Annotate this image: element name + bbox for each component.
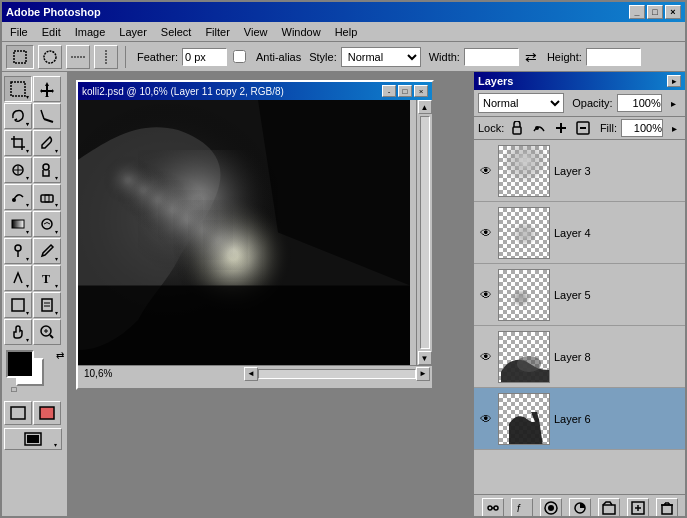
history-brush-tool[interactable]: ▾ <box>4 184 32 210</box>
screen-mode-btn[interactable]: ▾ <box>4 428 62 450</box>
layer-thumbnail-canvas <box>499 332 550 383</box>
fill-arrow-btn[interactable]: ▸ <box>667 120 681 136</box>
new-fill-adjustment-btn[interactable] <box>569 498 591 518</box>
layer-mask-btn[interactable] <box>540 498 562 518</box>
width-input[interactable] <box>464 48 519 66</box>
scroll-left-btn[interactable]: ◄ <box>244 367 258 381</box>
quick-mask-mode-btn[interactable] <box>33 401 61 425</box>
style-select[interactable]: Normal Fixed Aspect Ratio Fixed Size <box>341 47 421 67</box>
hand-tool[interactable]: ▾ <box>4 319 32 345</box>
menu-view[interactable]: View <box>238 24 274 40</box>
blur-tool[interactable]: ▾ <box>33 211 61 237</box>
gradient-tool[interactable]: ▾ <box>4 211 32 237</box>
menu-select[interactable]: Select <box>155 24 198 40</box>
close-button[interactable]: × <box>665 5 681 19</box>
layers-controls: Normal Dissolve Multiply Screen Opacity:… <box>474 90 685 117</box>
clone-stamp-tool[interactable]: ▾ <box>33 157 61 183</box>
document-title: kolli2.psd @ 10,6% (Layer 11 copy 2, RGB… <box>82 86 284 97</box>
layer-visibility-toggle[interactable]: 👁 <box>478 225 494 241</box>
swap-dimensions-icon[interactable]: ⇄ <box>523 49 539 65</box>
magic-wand-tool[interactable] <box>33 103 61 129</box>
scroll-track-h[interactable] <box>258 369 416 379</box>
svg-rect-13 <box>41 195 53 202</box>
new-layer-btn[interactable] <box>627 498 649 518</box>
elliptical-marquee-tool-btn[interactable] <box>38 45 62 69</box>
menu-window[interactable]: Window <box>276 24 327 40</box>
dodge-tool[interactable]: ▾ <box>4 238 32 264</box>
layer-item[interactable]: 👁 Layer 6 <box>474 388 685 450</box>
vertical-scrollbar[interactable]: ▲ ▼ <box>416 100 432 365</box>
menu-layer[interactable]: Layer <box>113 24 153 40</box>
menu-filter[interactable]: Filter <box>199 24 235 40</box>
path-selection-tool[interactable]: ▾ <box>4 265 32 291</box>
antialias-checkbox[interactable] <box>233 50 246 63</box>
scroll-down-btn[interactable]: ▼ <box>418 351 432 365</box>
link-layers-btn[interactable] <box>482 498 504 518</box>
menu-image[interactable]: Image <box>69 24 112 40</box>
pen-tool[interactable]: ▾ <box>33 238 61 264</box>
default-colors-icon[interactable]: □ <box>12 385 17 394</box>
height-input[interactable] <box>586 48 641 66</box>
shape-tool[interactable]: ▾ <box>4 292 32 318</box>
layer-item[interactable]: 👁 Layer 5 <box>474 264 685 326</box>
lasso-tool[interactable]: ▾ ▾ <box>4 103 32 129</box>
feather-input[interactable] <box>182 48 227 66</box>
crop-tool[interactable]: ▾ <box>4 130 32 156</box>
lock-all-btn[interactable] <box>574 120 592 136</box>
height-label: Height: <box>547 51 582 63</box>
foreground-color-swatch[interactable] <box>6 350 34 378</box>
zoom-tool[interactable] <box>33 319 61 345</box>
text-tool[interactable]: T ▾ <box>33 265 61 291</box>
layer-item[interactable]: 👁 Layer 4 <box>474 202 685 264</box>
layer-styles-btn[interactable]: f <box>511 498 533 518</box>
fill-input[interactable] <box>621 119 663 137</box>
blend-mode-select[interactable]: Normal Dissolve Multiply Screen <box>478 93 564 113</box>
single-column-marquee-btn[interactable] <box>94 45 118 69</box>
delete-layer-btn[interactable] <box>656 498 678 518</box>
notes-tool[interactable]: ▾ <box>33 292 61 318</box>
single-row-marquee-btn[interactable] <box>66 45 90 69</box>
menu-file[interactable]: File <box>4 24 34 40</box>
scroll-track-v[interactable] <box>420 116 430 349</box>
svg-point-33 <box>535 126 539 130</box>
canvas-wrapper[interactable]: ▲ ▼ <box>78 100 432 365</box>
menu-edit[interactable]: Edit <box>36 24 67 40</box>
layer-visibility-toggle[interactable]: 👁 <box>478 411 494 427</box>
layer-visibility-toggle[interactable]: 👁 <box>478 349 494 365</box>
rectangular-marquee-tool-btn[interactable] <box>6 45 34 69</box>
scroll-right-btn[interactable]: ► <box>416 367 430 381</box>
layer-item[interactable]: 👁 Layer 3 <box>474 140 685 202</box>
doc-close-btn[interactable]: × <box>414 85 428 97</box>
move-tool[interactable] <box>33 76 61 102</box>
opacity-input[interactable] <box>617 94 662 112</box>
swap-colors-icon[interactable]: ⇄ <box>56 350 64 361</box>
lock-position-btn[interactable] <box>552 120 570 136</box>
layer-visibility-toggle[interactable]: 👁 <box>478 163 494 179</box>
layer-item[interactable]: 👁 Layer 8 <box>474 326 685 388</box>
svg-rect-20 <box>12 299 24 311</box>
doc-minimize-btn[interactable]: - <box>382 85 396 97</box>
new-group-btn[interactable] <box>598 498 620 518</box>
layer-visibility-toggle[interactable]: 👁 <box>478 287 494 303</box>
eyedropper-tool[interactable]: ▾ <box>33 130 61 156</box>
minimize-button[interactable]: _ <box>629 5 645 19</box>
antialias-label: Anti-alias <box>256 51 301 63</box>
marquee-tool[interactable]: ▾ <box>4 76 32 102</box>
healing-tool[interactable]: ▾ <box>4 157 32 183</box>
doc-maximize-btn[interactable]: □ <box>398 85 412 97</box>
eraser-tool[interactable]: ▾ <box>33 184 61 210</box>
zoom-level: 10,6% <box>80 368 244 379</box>
svg-text:T: T <box>42 272 50 286</box>
opacity-arrow-btn[interactable]: ▸ <box>666 95 681 111</box>
svg-point-11 <box>43 164 49 170</box>
layers-panel-menu-btn[interactable]: ▸ <box>667 75 681 87</box>
lock-transparent-btn[interactable] <box>508 120 526 136</box>
standard-mode-btn[interactable] <box>4 401 32 425</box>
main-canvas[interactable] <box>78 100 410 365</box>
menu-help[interactable]: Help <box>329 24 364 40</box>
lock-image-pixels-btn[interactable] <box>530 120 548 136</box>
svg-rect-21 <box>42 299 52 311</box>
layer-thumbnail <box>498 145 550 197</box>
scroll-up-btn[interactable]: ▲ <box>418 100 432 114</box>
maximize-button[interactable]: □ <box>647 5 663 19</box>
